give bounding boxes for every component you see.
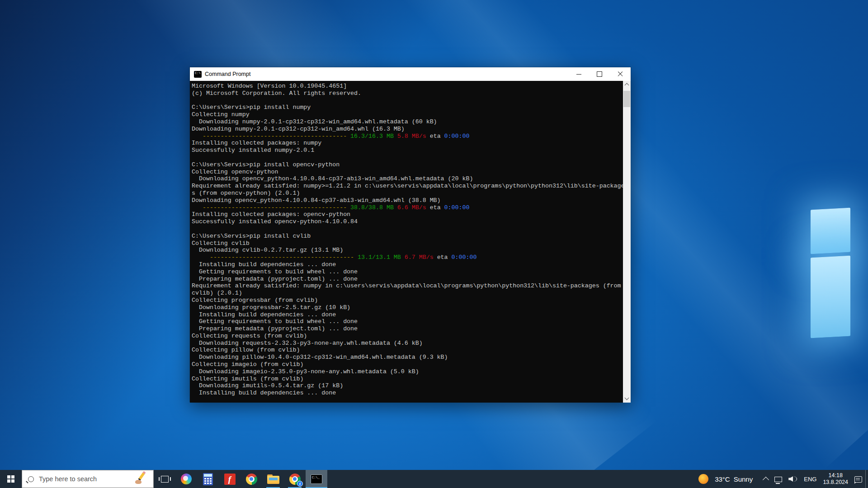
taskbar-app-chrome-facebook[interactable] bbox=[284, 470, 306, 488]
show-desktop-button[interactable] bbox=[865, 470, 868, 488]
terminal-output: Microsoft Windows [Version 10.0.19045.46… bbox=[192, 83, 621, 397]
weather-condition: Sunny bbox=[734, 475, 753, 483]
terminal-line: Collecting progressbar (from cvlib) bbox=[192, 297, 621, 304]
terminal-line: ----------------------------------------… bbox=[192, 204, 621, 211]
scrollbar-thumb[interactable] bbox=[623, 91, 630, 107]
terminal-line: ----------------------------------------… bbox=[192, 133, 621, 140]
terminal-line: Microsoft Windows [Version 10.0.19045.46… bbox=[192, 83, 621, 90]
terminal-line: Installing build dependencies ... done bbox=[192, 389, 621, 397]
clock-time: 14:18 bbox=[823, 472, 848, 479]
terminal-line: Downloading imageio-2.35.0-py3-none-any.… bbox=[192, 368, 621, 375]
weather-temperature: 33°C bbox=[715, 475, 730, 483]
taskbar-app-chrome[interactable] bbox=[241, 470, 262, 488]
terminal-line: C:\Users\Servis>pip install numpy bbox=[192, 104, 621, 111]
terminal-line: cvlib) (2.0.1) bbox=[192, 290, 621, 297]
task-view-button[interactable] bbox=[154, 470, 175, 488]
taskbar-search[interactable] bbox=[22, 470, 154, 488]
start-button[interactable] bbox=[0, 470, 22, 488]
taskbar: 33°C Sunny ENG 14:18 13.8.2024 bbox=[0, 470, 868, 488]
terminal-line: Successfully installed numpy-2.0.1 bbox=[192, 147, 621, 154]
terminal-line bbox=[192, 154, 621, 161]
chrome-icon bbox=[246, 474, 257, 485]
scroll-up-icon[interactable] bbox=[623, 81, 631, 89]
clock-date: 13.8.2024 bbox=[823, 479, 848, 486]
terminal-line: Collecting numpy bbox=[192, 111, 621, 118]
terminal-line: C:\Users\Servis>pip install opencv-pytho… bbox=[192, 161, 621, 169]
search-icon bbox=[28, 476, 34, 482]
terminal-line: Collecting cvlib bbox=[192, 240, 621, 247]
weather-text[interactable]: 33°C Sunny bbox=[712, 470, 756, 488]
terminal-line: Downloading opencv_python-4.10.0.84-cp37… bbox=[192, 175, 621, 183]
volume-button[interactable] bbox=[785, 470, 801, 488]
chevron-up-icon bbox=[763, 477, 769, 483]
terminal-line: s (from opencv-python) (2.0.1) bbox=[192, 190, 621, 197]
command-prompt-icon bbox=[311, 474, 322, 484]
command-prompt-icon bbox=[194, 71, 202, 78]
terminal-line: Downloading numpy-2.0.1-cp312-cp312-win_… bbox=[192, 118, 621, 126]
terminal-line: Preparing metadata (pyproject.toml) ... … bbox=[192, 325, 621, 333]
weather-widget[interactable] bbox=[695, 470, 712, 488]
action-center-button[interactable] bbox=[851, 470, 865, 488]
terminal-line: Getting requirements to build wheel ... … bbox=[192, 318, 621, 325]
task-view-icon bbox=[161, 476, 169, 483]
facebook-app-icon bbox=[224, 474, 236, 485]
command-prompt-window: Command Prompt Microsoft Windows [Versio… bbox=[189, 67, 631, 402]
wallpaper-window-pane bbox=[811, 256, 850, 338]
terminal-line: Installing build dependencies ... done bbox=[192, 261, 621, 268]
terminal-line: Getting requirements to build wheel ... … bbox=[192, 268, 621, 276]
terminal-line: Installing collected packages: opencv-py… bbox=[192, 211, 621, 218]
clock[interactable]: 14:18 13.8.2024 bbox=[820, 470, 851, 488]
terminal-line: Requirement already satisfied: numpy>=1.… bbox=[192, 183, 621, 190]
window-title: Command Prompt bbox=[205, 71, 568, 77]
action-center-icon bbox=[854, 476, 862, 483]
terminal-line: ----------------------------------------… bbox=[192, 254, 621, 261]
hidden-icons-button[interactable] bbox=[760, 470, 771, 488]
terminal-line bbox=[192, 97, 621, 104]
copilot-icon bbox=[181, 474, 192, 484]
taskbar-app-calculator[interactable] bbox=[197, 470, 219, 488]
maximize-icon[interactable] bbox=[589, 67, 610, 81]
console-area[interactable]: Microsoft Windows [Version 10.0.19045.46… bbox=[190, 81, 631, 403]
taskbar-app-command-prompt[interactable] bbox=[306, 470, 327, 488]
start-icon bbox=[7, 475, 14, 483]
terminal-line: Downloading pillow-10.4.0-cp312-cp312-wi… bbox=[192, 354, 621, 361]
terminal-line: Collecting pillow (from cvlib) bbox=[192, 347, 621, 354]
taskbar-app-file-explorer[interactable] bbox=[262, 470, 284, 488]
file-explorer-icon bbox=[267, 474, 279, 484]
network-button[interactable] bbox=[771, 470, 785, 488]
facebook-badge-icon bbox=[297, 481, 303, 487]
vertical-scrollbar[interactable] bbox=[623, 81, 631, 403]
close-icon[interactable] bbox=[610, 67, 631, 81]
terminal-line: Preparing metadata (pyproject.toml) ... … bbox=[192, 276, 621, 283]
calculator-icon bbox=[203, 473, 213, 485]
terminal-line: Successfully installed opencv-python-4.1… bbox=[192, 218, 621, 225]
window-titlebar[interactable]: Command Prompt bbox=[190, 67, 631, 81]
network-icon bbox=[774, 477, 782, 482]
wallpaper-window-pane bbox=[811, 208, 850, 254]
terminal-line: Collecting opencv-python bbox=[192, 169, 621, 176]
terminal-line: Collecting imutils (from cvlib) bbox=[192, 375, 621, 383]
terminal-line: (c) Microsoft Corporation. All rights re… bbox=[192, 90, 621, 97]
language-indicator[interactable]: ENG bbox=[801, 470, 820, 488]
terminal-line: Downloading opencv_python-4.10.0.84-cp37… bbox=[192, 197, 621, 204]
scroll-down-icon[interactable] bbox=[623, 395, 631, 403]
terminal-line: Collecting requests (from cvlib) bbox=[192, 333, 621, 340]
terminal-line: Downloading progressbar-2.5.tar.gz (10 k… bbox=[192, 304, 621, 311]
language-label: ENG bbox=[804, 476, 816, 483]
search-doodle-image bbox=[133, 472, 151, 486]
terminal-line: C:\Users\Servis>pip install cvlib bbox=[192, 233, 621, 240]
weather-sun-icon bbox=[698, 474, 708, 484]
terminal-line: Installing build dependencies ... done bbox=[192, 311, 621, 319]
taskbar-app-copilot[interactable] bbox=[175, 470, 197, 488]
terminal-line: Downloading requests-2.32.3-py3-none-any… bbox=[192, 340, 621, 347]
terminal-line: Requirement already satisfied: numpy in … bbox=[192, 282, 621, 290]
terminal-line: Installing collected packages: numpy bbox=[192, 140, 621, 147]
terminal-line: Downloading imutils-0.5.4.tar.gz (17 kB) bbox=[192, 382, 621, 389]
search-input[interactable] bbox=[38, 475, 133, 483]
terminal-line: Collecting imageio (from cvlib) bbox=[192, 361, 621, 368]
terminal-line: Downloading numpy-2.0.1-cp312-cp312-win_… bbox=[192, 126, 621, 133]
terminal-line: Downloading cvlib-0.2.7.tar.gz (13.1 MB) bbox=[192, 247, 621, 254]
volume-icon bbox=[788, 475, 797, 483]
minimize-icon[interactable] bbox=[568, 67, 589, 81]
taskbar-app-facebook[interactable] bbox=[219, 470, 241, 488]
